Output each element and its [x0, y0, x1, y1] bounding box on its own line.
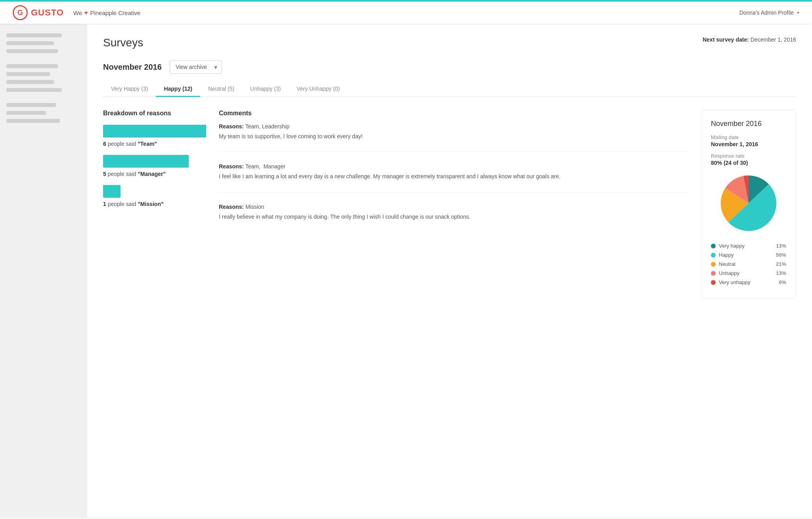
sidebar-placeholder	[6, 49, 58, 53]
legend-pct-happy: 50%	[776, 252, 786, 258]
tab-neutral[interactable]: Neutral (5)	[200, 82, 242, 97]
legend-pct-neutral: 21%	[776, 261, 786, 267]
pie-chart-svg	[717, 172, 780, 235]
logo-icon: G	[13, 5, 28, 20]
response-label: Response rate	[711, 153, 786, 159]
mailing-label: Mailing date	[711, 134, 786, 140]
comment-reasons: Reasons: Team, Manager	[219, 163, 688, 170]
sidebar-placeholder	[6, 64, 58, 68]
sidebar-placeholder	[6, 111, 46, 115]
legend-dot-neutral	[711, 262, 716, 267]
sidebar-placeholder	[6, 80, 54, 84]
comments-title: Comments	[219, 110, 688, 117]
legend-label-very-unhappy: Very unhappy	[719, 279, 751, 285]
pie-group	[721, 176, 776, 231]
comment-item: Reasons: Mission I really believe in wha…	[219, 204, 688, 232]
pie-chart-main	[711, 172, 786, 235]
legend-item-very-happy: Very happy 13%	[711, 243, 786, 249]
period-label: November 2016	[103, 63, 162, 72]
sidebar-placeholder	[6, 119, 60, 123]
header: G GUSTO We ♥ Pineapple Creative Donna's …	[0, 0, 812, 24]
comments-panel: Comments Reasons: Team, Leadership My te…	[219, 110, 688, 298]
legend-pct-very-unhappy: 0%	[779, 279, 786, 285]
comment-text: My team is so supportive, I love coming …	[219, 132, 688, 141]
mailing-date: November 1, 2016	[711, 141, 786, 147]
next-survey-info: Next survey date: December 1, 2016	[703, 36, 796, 43]
legend: Very happy 13% Happy 50%	[711, 243, 786, 285]
legend-label-neutral: Neutral	[719, 261, 735, 267]
tab-unhappy[interactable]: Unhappy (3)	[242, 82, 289, 97]
breakdown-title: Breakdown of reasons	[103, 110, 206, 117]
bar-team-bar	[103, 125, 206, 137]
logo: G GUSTO	[13, 5, 64, 20]
content-grid: Breakdown of reasons 6 people said "Team…	[103, 110, 796, 298]
legend-dot-happy	[711, 253, 716, 258]
sidebar-placeholder	[6, 33, 62, 37]
sidebar-group-3	[6, 103, 81, 123]
next-survey-date: December 1, 2016	[751, 36, 796, 43]
heart-icon: ♥	[84, 10, 88, 16]
legend-item-very-unhappy: Very unhappy 0%	[711, 279, 786, 285]
company-label: Pineapple Creative	[90, 10, 140, 16]
legend-dot-very-unhappy	[711, 280, 716, 285]
header-left: G GUSTO We ♥ Pineapple Creative	[13, 5, 140, 20]
main-content: Surveys Next survey date: December 1, 20…	[87, 24, 812, 517]
legend-dot-very-happy	[711, 244, 716, 248]
legend-pct-unhappy: 13%	[776, 270, 786, 276]
comment-item: Reasons: Team, Manager I feel like I am …	[219, 163, 688, 192]
tab-happy[interactable]: Happy (12)	[156, 82, 200, 97]
sidebar-group-1	[6, 33, 81, 53]
comment-reasons: Reasons: Team, Leadership	[219, 123, 688, 130]
layout: Surveys Next survey date: December 1, 20…	[0, 24, 812, 517]
comment-text: I really believe in what my company is d…	[219, 212, 688, 221]
page-title: Surveys	[103, 36, 143, 49]
stats-month: November 2016	[711, 120, 786, 128]
tab-very-happy[interactable]: Very Happy (3)	[103, 82, 156, 97]
company-name: We ♥ Pineapple Creative	[73, 10, 140, 16]
bar-manager-label: 5 people said "Manager"	[103, 171, 206, 177]
profile-menu[interactable]: Donna's Admin Profile ▾	[739, 10, 799, 16]
bar-mission-label: 1 people said "Mission"	[103, 201, 206, 207]
legend-item-unhappy: Unhappy 13%	[711, 270, 786, 276]
breakdown-panel: Breakdown of reasons 6 people said "Team…	[103, 110, 206, 298]
legend-label-happy: Happy	[719, 252, 734, 258]
bar-mission-bar	[103, 185, 121, 198]
next-survey-label: Next survey date:	[703, 36, 749, 43]
chevron-down-icon: ▾	[797, 10, 799, 15]
archive-select-wrapper[interactable]: View archive	[170, 60, 222, 74]
sidebar-group-2	[6, 64, 81, 92]
bar-mission: 1 people said "Mission"	[103, 185, 206, 207]
period-row: November 2016 View archive	[103, 60, 796, 74]
legend-item-neutral: Neutral 21%	[711, 261, 786, 267]
tabs-bar: Very Happy (3) Happy (12) Neutral (5) Un…	[103, 82, 796, 97]
profile-label: Donna's Admin Profile	[739, 10, 794, 16]
logo-name: GUSTO	[31, 8, 64, 18]
response-value: 80% (24 of 30)	[711, 160, 786, 166]
company-prefix: We	[73, 10, 82, 16]
legend-label-very-happy: Very happy	[719, 243, 745, 249]
comment-text: I feel like I am learning a lot and ever…	[219, 172, 688, 181]
stats-panel: November 2016 Mailing date November 1, 2…	[701, 110, 796, 298]
archive-select[interactable]: View archive	[170, 60, 222, 74]
comment-reasons: Reasons: Mission	[219, 204, 688, 210]
bar-team-label: 6 people said "Team"	[103, 141, 206, 147]
bar-manager: 5 people said "Manager"	[103, 155, 206, 177]
sidebar	[0, 24, 87, 517]
legend-item-happy: Happy 50%	[711, 252, 786, 258]
bar-team: 6 people said "Team"	[103, 125, 206, 147]
bar-manager-bar	[103, 155, 189, 168]
legend-label-unhappy: Unhappy	[719, 270, 739, 276]
sidebar-placeholder	[6, 88, 62, 92]
tab-very-unhappy[interactable]: Very Unhappy (0)	[289, 82, 348, 97]
sidebar-placeholder	[6, 103, 56, 107]
legend-dot-unhappy	[711, 271, 716, 276]
sidebar-placeholder	[6, 72, 50, 76]
page-header: Surveys Next survey date: December 1, 20…	[103, 36, 796, 49]
comment-item: Reasons: Team, Leadership My team is so …	[219, 123, 688, 152]
legend-pct-very-happy: 13%	[776, 243, 786, 249]
sidebar-placeholder	[6, 41, 54, 45]
